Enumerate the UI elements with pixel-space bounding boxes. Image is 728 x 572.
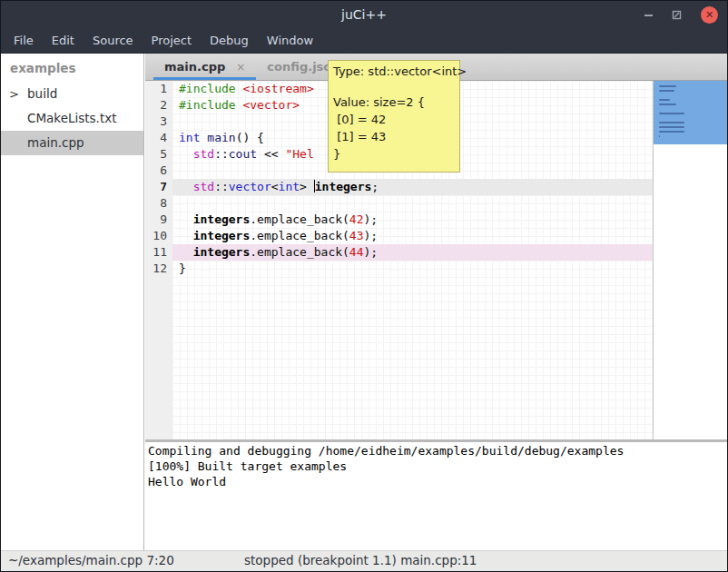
code-token — [179, 229, 193, 242]
title-bar: juCi++ ✕ — [1, 1, 727, 28]
code-token: "Hel — [285, 147, 313, 161]
code-token — [179, 212, 193, 226]
code-token: #include — [179, 98, 236, 112]
minimap-line — [659, 113, 684, 114]
code-token: emplace_back — [257, 212, 342, 226]
line-number: 2 — [145, 97, 172, 113]
line-number: 8 — [145, 195, 172, 212]
minimap-viewport[interactable] — [654, 81, 727, 144]
code-token: . — [250, 245, 257, 259]
line-number: 7 — [145, 179, 172, 195]
tree-item-cmakelists.txt[interactable]: CMakeLists.txt — [1, 106, 143, 131]
code-token: } — [179, 261, 186, 275]
minimap-line — [659, 104, 676, 105]
menu-item-edit[interactable]: Edit — [43, 28, 84, 53]
tooltip-line: Type: std::vector<int> — [333, 63, 455, 80]
code-token: :: — [214, 147, 229, 161]
code-token: integers — [315, 180, 372, 193]
tree-item-label: build — [27, 86, 57, 101]
line-number: 9 — [145, 212, 172, 228]
code-token: integers — [193, 212, 251, 226]
output-line: Hello World — [148, 474, 724, 489]
menu-item-debug[interactable]: Debug — [201, 28, 258, 53]
minimap[interactable] — [653, 81, 727, 439]
file-tree-root: examples — [1, 54, 143, 82]
juci-window: juCi++ ✕ FileEditSourceProjectDebugWindo… — [0, 0, 728, 572]
tab-close-icon[interactable]: × — [236, 61, 245, 74]
tooltip-line: Value: size=2 { — [333, 94, 455, 111]
tree-item-label: CMakeLists.txt — [27, 111, 117, 125]
menu-item-file[interactable]: File — [5, 28, 43, 53]
status-debug-state: stopped (breakpoint 1.1) main.cpp:11 — [244, 553, 477, 567]
code-token: ( — [342, 245, 349, 259]
code-token: main — [207, 131, 235, 144]
code-token: . — [250, 212, 257, 226]
minimap-line — [659, 126, 684, 128]
minimap-line — [659, 131, 684, 133]
menu-bar: FileEditSourceProjectDebugWindow — [1, 28, 727, 54]
tab-main.cpp[interactable]: main.cpp× — [153, 54, 256, 80]
close-button[interactable]: ✕ — [701, 6, 718, 24]
code-token: ); — [364, 212, 379, 226]
menu-item-project[interactable]: Project — [143, 28, 201, 53]
code-line: std::vector<int> integers; — [172, 179, 653, 195]
code-line: integers.emplace_back(43); — [172, 228, 653, 244]
tree-item-label: main.cpp — [27, 135, 84, 150]
tree-item-build[interactable]: >build — [1, 82, 143, 106]
code-token: ( — [342, 212, 349, 226]
restore-button[interactable] — [672, 10, 682, 20]
status-bar: ~/examples/main.cpp 7:20 stopped (breakp… — [1, 550, 727, 571]
minimap-line — [659, 90, 674, 92]
minimap-line — [659, 99, 670, 101]
menu-item-window[interactable]: Window — [258, 28, 322, 53]
code-token: 42 — [349, 212, 364, 226]
code-token: integers — [193, 229, 251, 242]
line-number: 5 — [145, 146, 172, 163]
output-line: Compiling and debugging /home/eidheim/ex… — [148, 443, 724, 459]
tree-item-main.cpp[interactable]: main.cpp — [1, 131, 143, 155]
code-token: > — [300, 180, 314, 193]
tooltip-line: [1] = 43 — [333, 128, 455, 145]
restore-icon — [672, 10, 682, 20]
menu-item-source[interactable]: Source — [84, 28, 143, 53]
minimap-line — [659, 122, 684, 123]
tooltip-line: [0] = 42 — [333, 111, 455, 128]
code-token: ; — [371, 180, 379, 193]
tab-label: main.cpp — [164, 60, 225, 74]
chevron-right-icon[interactable]: > — [9, 82, 19, 106]
line-number-gutter[interactable]: 123456789101112 — [145, 81, 172, 439]
code-token: << — [257, 147, 285, 161]
code-token: emplace_back — [257, 245, 342, 259]
code-token: < — [271, 180, 279, 193]
code-line — [172, 195, 653, 212]
line-number: 3 — [145, 113, 172, 130]
line-number: 6 — [145, 163, 172, 179]
code-line: integers.emplace_back(44); — [172, 244, 653, 261]
minimap-line — [659, 85, 676, 87]
code-token — [179, 180, 193, 193]
minimap-line — [659, 135, 660, 137]
code-token: ); — [364, 245, 379, 259]
code-line: integers.emplace_back(42); — [172, 212, 653, 228]
code-token: () { — [236, 131, 264, 144]
code-token: std — [193, 180, 214, 193]
line-number: 1 — [145, 81, 172, 97]
tooltip-line: } — [333, 145, 455, 163]
window-title: juCi++ — [341, 7, 387, 22]
output-terminal[interactable]: Compiling and debugging /home/eidheim/ex… — [145, 442, 727, 550]
file-tree-panel: examples >buildCMakeLists.txtmain.cpp — [1, 54, 144, 550]
code-token: std — [193, 147, 214, 161]
code-token: <iostream> — [242, 82, 313, 95]
debug-value-tooltip: Type: std::vector<int>Value: size=2 { [0… — [328, 60, 460, 173]
window-controls: ✕ — [644, 1, 718, 28]
code-token: 44 — [349, 245, 364, 259]
line-number: 4 — [145, 130, 172, 146]
code-token — [179, 245, 193, 259]
minimize-button[interactable] — [644, 1, 653, 28]
code-token: cout — [229, 147, 257, 161]
code-token: ( — [342, 229, 349, 242]
code-token: <vector> — [242, 98, 300, 112]
code-token: . — [250, 229, 257, 242]
code-token: 43 — [349, 229, 364, 242]
code-token: int — [179, 131, 200, 144]
